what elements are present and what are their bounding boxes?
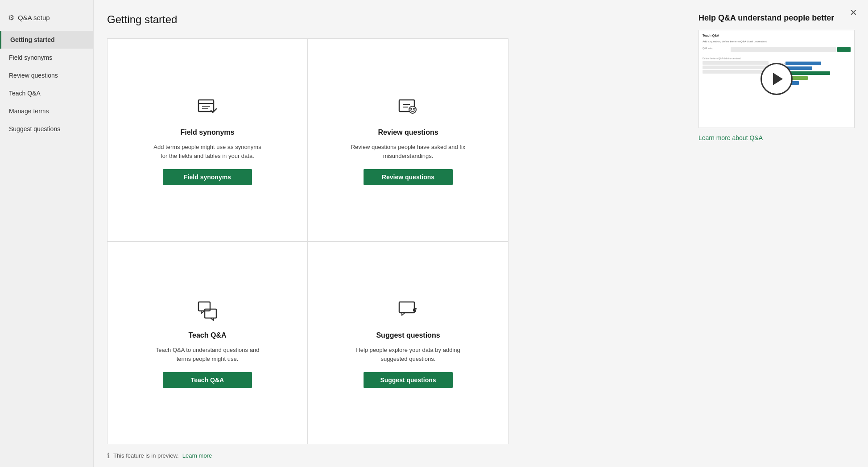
play-triangle-icon	[773, 73, 783, 85]
learn-more-link[interactable]: Learn more about Q&A	[699, 134, 855, 141]
svg-point-5	[409, 106, 416, 113]
cards-grid: Field synonyms Add terms people might us…	[107, 38, 508, 444]
suggest-questions-icon	[397, 299, 419, 323]
video-thumbnail[interactable]: Teach Q&A Add a question, define the ter…	[699, 30, 855, 128]
teach-qa-card: Teach Q&A Teach Q&A to understand questi…	[107, 241, 308, 444]
sidebar-item-teach-qa[interactable]: Teach Q&A	[0, 84, 93, 102]
suggest-questions-button[interactable]: Suggest questions	[364, 372, 453, 388]
teach-qa-icon	[197, 299, 218, 323]
left-content: Getting started Field synonyms	[107, 13, 685, 444]
sidebar-item-manage-terms[interactable]: Manage terms	[0, 102, 93, 120]
teach-qa-title: Teach Q&A	[188, 331, 226, 339]
right-panel: Help Q&A understand people better Teach …	[685, 13, 855, 444]
review-questions-icon	[397, 96, 419, 120]
footer-learn-more-link[interactable]: Learn more	[182, 452, 212, 459]
svg-rect-12	[399, 302, 414, 313]
info-icon: ℹ	[107, 451, 110, 460]
field-synonyms-desc: Add terms people might use as synonyms f…	[149, 143, 265, 160]
suggest-questions-card: Suggest questions Help people explore yo…	[308, 241, 508, 444]
main-area: ✕ Getting started Fi	[94, 0, 868, 467]
sidebar-item-review-questions[interactable]: Review questions	[0, 66, 93, 84]
review-questions-desc: Review questions people have asked and f…	[350, 143, 466, 160]
suggest-questions-desc: Help people explore your data by adding …	[350, 346, 466, 363]
sidebar-item-suggest-questions[interactable]: Suggest questions	[0, 120, 93, 138]
teach-qa-desc: Teach Q&A to understand questions and te…	[149, 346, 265, 363]
play-button[interactable]	[761, 63, 793, 95]
gear-icon: ⚙	[8, 13, 14, 22]
suggest-questions-title: Suggest questions	[376, 331, 440, 339]
field-synonyms-button[interactable]: Field synonyms	[163, 169, 252, 185]
review-questions-title: Review questions	[378, 128, 438, 136]
field-synonyms-icon	[197, 96, 218, 120]
review-questions-button[interactable]: Review questions	[364, 169, 453, 185]
footer-text: This feature is in preview.	[113, 452, 179, 459]
teach-qa-button[interactable]: Teach Q&A	[163, 372, 252, 388]
close-button[interactable]: ✕	[850, 8, 857, 17]
review-questions-card: Review questions Review questions people…	[308, 38, 508, 241]
content-area: Getting started Field synonyms	[94, 0, 868, 444]
sidebar-item-field-synonyms[interactable]: Field synonyms	[0, 49, 93, 66]
footer: ℹ This feature is in preview. Learn more	[94, 444, 868, 467]
help-title: Help Q&A understand people better	[699, 13, 855, 23]
field-synonyms-title: Field synonyms	[181, 128, 235, 136]
sidebar: ⚙ Q&A setup Getting started Field synony…	[0, 0, 94, 467]
page-title: Getting started	[107, 13, 685, 26]
sidebar-header: ⚙ Q&A setup	[0, 9, 93, 31]
sidebar-item-getting-started[interactable]: Getting started	[0, 31, 93, 49]
svg-point-6	[410, 108, 412, 110]
field-synonyms-card: Field synonyms Add terms people might us…	[107, 38, 308, 241]
sidebar-title: Q&A setup	[18, 14, 50, 21]
svg-point-7	[413, 108, 415, 110]
sidebar-nav: Getting started Field synonyms Review qu…	[0, 31, 93, 138]
